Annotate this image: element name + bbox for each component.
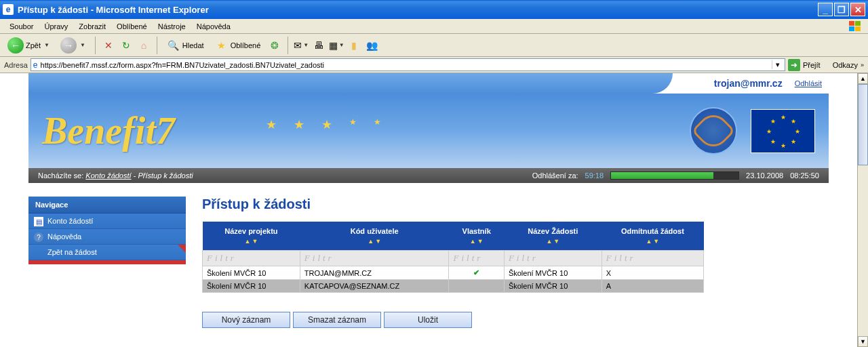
windows-logo-icon (845, 20, 864, 33)
back-button[interactable]: ← Zpět ▼ (4, 35, 53, 56)
history-button[interactable]: ❂ (268, 39, 281, 52)
menu-bar: Soubor Úpravy Zobrazit Oblíbené Nástroje… (0, 19, 868, 34)
address-label: Adresa (4, 61, 28, 69)
chevron-down-icon: ▼ (80, 42, 85, 48)
menu-help[interactable]: Nápověda (191, 21, 236, 32)
separator (288, 37, 288, 54)
browser-toolbar: ← Zpět ▼ → ▼ ✕ ↻ ⌂ 🔍 Hledat ★ Oblíbené ❂… (0, 34, 868, 57)
forward-arrow-icon: → (60, 37, 77, 54)
ie-icon: e (3, 4, 14, 15)
menu-file[interactable]: Soubor (4, 21, 39, 32)
chevron-down-icon: ▼ (44, 42, 50, 48)
forward-button[interactable]: → ▼ (57, 35, 89, 56)
links-label[interactable]: Odkazy (833, 61, 858, 69)
go-button[interactable]: ➜ (788, 59, 800, 71)
separator (95, 37, 96, 54)
restore-button[interactable]: ❐ (834, 3, 849, 16)
note-button[interactable]: ▮ (347, 39, 361, 52)
menu-edit[interactable]: Úpravy (39, 21, 73, 32)
address-bar: Adresa e https://benefit7.mssf.cz/form.a… (0, 57, 868, 73)
home-button[interactable]: ⌂ (137, 39, 151, 52)
go-label: Přejít (803, 61, 821, 69)
stop-button[interactable]: ✕ (102, 39, 115, 52)
separator (157, 37, 157, 54)
menu-tools[interactable]: Nástroje (153, 21, 191, 32)
back-label: Zpět (26, 41, 41, 49)
url-field[interactable]: e https://benefit7.mssf.cz/form.aspx?fn=… (31, 58, 785, 71)
refresh-button[interactable]: ↻ (119, 39, 133, 52)
menu-view[interactable]: Zobrazit (73, 21, 111, 32)
window-titlebar: e Přístup k žádosti - Microsoft Internet… (0, 0, 868, 19)
favorites-button[interactable]: ★ Oblíbené (212, 37, 264, 54)
print-button[interactable]: 🖶 (312, 39, 326, 52)
messenger-button[interactable]: 👥 (365, 39, 378, 52)
favorites-label: Oblíbené (231, 41, 261, 49)
minimize-button[interactable]: _ (818, 3, 833, 16)
menu-favorites[interactable]: Oblíbené (111, 21, 153, 32)
page-icon: e (33, 60, 38, 70)
close-button[interactable]: ✕ (850, 3, 865, 16)
url-text: https://benefit7.mssf.cz/form.aspx?fn=FR… (41, 61, 769, 69)
links-chevron-icon[interactable]: » (861, 62, 864, 68)
mail-button[interactable]: ✉▼ (294, 39, 308, 52)
url-dropdown-button[interactable]: ▾ (772, 60, 783, 69)
search-icon: 🔍 (167, 39, 180, 52)
star-icon: ★ (215, 39, 229, 52)
edit-button[interactable]: ▦▼ (330, 39, 343, 52)
search-button[interactable]: 🔍 Hledat (163, 37, 208, 54)
back-arrow-icon: ← (7, 37, 24, 54)
search-label: Hledat (182, 41, 204, 49)
window-title: Přístup k žádosti - Microsoft Internet E… (18, 5, 209, 15)
